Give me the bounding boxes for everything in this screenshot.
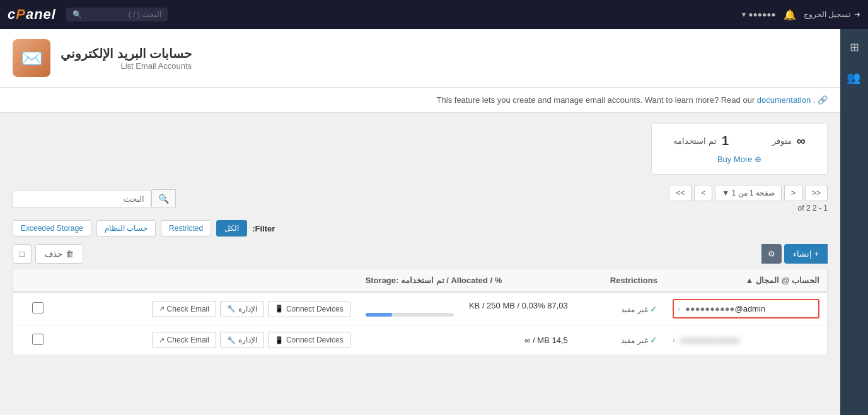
col-storage: Storage: تم استخدامه / Allocated / % xyxy=(358,269,576,293)
external-link-icon[interactable]: 🔗 xyxy=(818,95,828,105)
external-link-icon: ↗ xyxy=(159,336,165,344)
buy-more-label: Buy More xyxy=(717,155,753,164)
page-header: حسابات البريد الإلكتروني List Email Acco… xyxy=(0,29,840,88)
filter-all-button[interactable]: الكل xyxy=(216,220,247,237)
chevron-left-icon: ‹ xyxy=(673,336,675,344)
search-input[interactable] xyxy=(13,190,151,208)
next-page-button[interactable]: > xyxy=(694,185,712,201)
create-button[interactable]: + إنشاء xyxy=(784,244,828,264)
circle-plus-icon: ⊕ xyxy=(755,155,761,164)
email-icon: ✉️ xyxy=(13,39,50,77)
stats-row: ∞ متوفر 1 تم استخدامه xyxy=(664,134,814,148)
chevron-left-icon: ‹ xyxy=(678,305,680,313)
info-bar: This feature lets you create and manage … xyxy=(0,88,840,113)
action-left: + إنشاء ⚙ xyxy=(761,244,828,264)
action-buttons-cell: Connect Devices 📱 الإدارة 🔧 Check Email … xyxy=(51,292,357,325)
col-checkbox xyxy=(13,269,52,293)
doc-link-suffix: . xyxy=(813,95,816,105)
storage-cell: 14,5 MB / ∞ xyxy=(358,325,576,355)
action-row: + إنشاء ⚙ 🗑 حذف □ xyxy=(13,244,828,264)
storage-bar xyxy=(366,313,392,317)
filter-system-account-button[interactable]: حساب النظام xyxy=(96,220,156,237)
row-actions: Connect Devices 📱 الإدارة 🔧 Check Email … xyxy=(59,332,350,348)
expand-button[interactable]: □ xyxy=(13,244,32,264)
top-navigation: ➜ تسجيل الخروج 🔔 ●●●●●● ▾ 🔍 cPanel xyxy=(0,0,868,29)
content-area: ∞ متوفر 1 تم استخدامه ⊕ Buy More << < صف… xyxy=(0,113,840,365)
topnav-left: ➜ تسجيل الخروج 🔔 ●●●●●● ▾ xyxy=(742,9,860,21)
logout-button[interactable]: ➜ تسجيل الخروج xyxy=(804,10,860,19)
used-label: تم استخدامه xyxy=(673,136,717,146)
row-checkbox[interactable] xyxy=(32,302,43,313)
prev-page-button[interactable]: < xyxy=(784,185,802,201)
buy-more-link[interactable]: ⊕ Buy More xyxy=(717,155,761,164)
account-cell: admin@●●●●●●●●●● ‹ xyxy=(665,292,828,325)
restriction-status: ✓ غير مقيد xyxy=(583,335,657,345)
account-name: ●●●●●●●●●●●● xyxy=(680,336,739,345)
delete-label: حذف xyxy=(45,249,62,259)
dropdown-arrow-icon: ▾ xyxy=(742,10,746,19)
used-stat: 1 تم استخدامه xyxy=(673,134,729,148)
user-dropdown[interactable]: ●●●●●● ▾ xyxy=(742,10,776,19)
page-info: صفحة 1 من 1 ▼ xyxy=(715,185,782,201)
col-restrictions: Restrictions xyxy=(576,269,665,293)
page-count: 1 - 2 of 2 xyxy=(798,204,828,213)
sidebar-grid-icon[interactable]: ⊞ xyxy=(843,35,865,59)
info-text: This feature lets you create and manage … xyxy=(437,95,755,105)
storage-cell: 87,03 KB / 250 MB / 0,03% xyxy=(358,292,576,325)
page-title: حسابات البريد الإلكتروني xyxy=(61,46,192,61)
filter-label: Filter: xyxy=(252,224,275,233)
filter-exceeded-button[interactable]: Exceeded Storage xyxy=(13,220,91,237)
notifications-icon[interactable]: 🔔 xyxy=(784,9,796,21)
email-accounts-table: الحساب @ المجال ▲ Restrictions Storage: … xyxy=(13,269,828,355)
account-cell: ●●●●●●●●●●●● ‹ xyxy=(665,325,828,355)
checkbox-cell xyxy=(13,292,52,325)
row-checkbox[interactable] xyxy=(32,334,43,345)
doc-link[interactable]: documentation xyxy=(757,95,811,105)
search-box: 🔍 xyxy=(13,189,176,208)
page-subtitle: List Email Accounts xyxy=(61,61,192,71)
restrictions-cell: ✓ غير مقيد xyxy=(576,325,665,355)
used-value: 1 xyxy=(722,134,729,148)
table-row: admin@●●●●●●●●●● ‹ ✓ غير مقيد 87,03 KB /… xyxy=(13,292,828,325)
main-content: حسابات البريد الإلكتروني List Email Acco… xyxy=(0,29,840,415)
settings-button[interactable]: ⚙ xyxy=(761,244,782,264)
management-button[interactable]: الإدارة 🔧 xyxy=(220,301,264,317)
available-value: ∞ xyxy=(797,134,806,148)
cpanel-logo: cPanel xyxy=(8,6,56,23)
delete-button[interactable]: 🗑 حذف xyxy=(35,244,83,264)
sidebar: ⊞ 👥 xyxy=(840,29,868,415)
connect-devices-button[interactable]: Connect Devices 📱 xyxy=(268,332,350,348)
toolbar-row: << < صفحة 1 من 1 ▼ > >> 1 - 2 of 2 🔍 xyxy=(13,185,828,213)
available-label: متوفر xyxy=(772,136,792,146)
search-container: 🔍 xyxy=(66,8,168,21)
connect-devices-button[interactable]: Connect Devices 📱 xyxy=(268,301,350,317)
device-icon: 📱 xyxy=(275,336,284,344)
management-button[interactable]: الإدارة 🔧 xyxy=(220,332,264,348)
top-search-input[interactable] xyxy=(86,10,161,19)
logout-icon: ➜ xyxy=(854,10,860,19)
storage-text: 14,5 MB / ∞ xyxy=(366,336,568,345)
username-label: ●●●●●● xyxy=(748,10,776,19)
table-row: ●●●●●●●●●●●● ‹ ✓ غير مقيد 14,5 MB / ∞ Co… xyxy=(13,325,828,355)
checkbox-cell xyxy=(13,325,52,355)
row-actions: Connect Devices 📱 الإدارة 🔧 Check Email … xyxy=(59,301,350,317)
wrench-icon: 🔧 xyxy=(227,336,236,344)
filter-restricted-button[interactable]: Restricted xyxy=(161,220,211,237)
table-header-row: الحساب @ المجال ▲ Restrictions Storage: … xyxy=(13,269,828,293)
check-icon: ✓ xyxy=(650,304,657,314)
action-buttons-cell: Connect Devices 📱 الإدارة 🔧 Check Email … xyxy=(51,325,357,355)
search-submit-button[interactable]: 🔍 xyxy=(151,189,176,208)
first-page-button[interactable]: << xyxy=(805,185,828,201)
last-page-button[interactable]: >> xyxy=(669,185,692,201)
sidebar-users-icon[interactable]: 👥 xyxy=(843,66,865,90)
filter-row: Filter: الكل Restricted حساب النظام Exce… xyxy=(13,220,828,237)
pagination: << < صفحة 1 من 1 ▼ > >> xyxy=(669,185,828,201)
trash-icon: 🗑 xyxy=(66,249,74,259)
restriction-status: ✓ غير مقيد xyxy=(583,304,657,314)
check-email-button[interactable]: Check Email ↗ xyxy=(152,301,216,317)
device-icon: 📱 xyxy=(275,305,284,313)
restrictions-cell: ✓ غير مقيد xyxy=(576,292,665,325)
check-email-button[interactable]: Check Email ↗ xyxy=(152,332,216,348)
page-header-text: حسابات البريد الإلكتروني List Email Acco… xyxy=(61,46,192,71)
available-stat: ∞ متوفر xyxy=(772,134,806,148)
